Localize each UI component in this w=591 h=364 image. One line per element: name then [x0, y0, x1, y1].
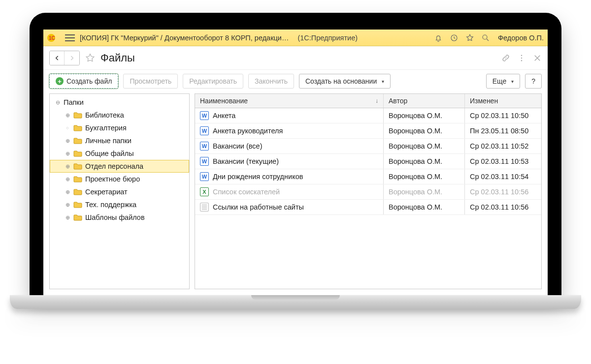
create-file-label: Создать файл — [66, 77, 112, 85]
file-modified: Ср 02.03.11 10:52 — [470, 142, 528, 150]
edit-button[interactable]: Редактировать — [183, 74, 243, 89]
word-icon: W — [200, 157, 209, 166]
close-icon[interactable] — [533, 54, 542, 62]
plus-icon — [56, 77, 64, 85]
folder-tree: Папки БиблиотекаБухгалтерияЛичные папкиО… — [50, 94, 189, 226]
file-author: Воронцова О.М. — [389, 173, 442, 181]
expand-icon[interactable] — [65, 151, 70, 156]
app-window: 1C [КОПИЯ] ГК "Меркурий" / Документообор… — [43, 30, 548, 295]
svg-point-4 — [521, 55, 522, 56]
nav-back-button[interactable] — [50, 51, 65, 65]
file-author: Воронцова О.М. — [389, 188, 442, 196]
chevron-down-icon: ▾ — [511, 79, 514, 84]
file-name: Ссылки на работные сайты — [213, 203, 304, 211]
tree-item[interactable]: Шаблоны файлов — [50, 211, 189, 224]
expand-icon[interactable] — [65, 163, 70, 169]
tree-item[interactable]: Личные папки — [50, 134, 189, 147]
window-title: [КОПИЯ] ГК "Меркурий" / Документооборот … — [80, 34, 289, 42]
file-modified: Ср 02.03.11 10:56 — [470, 203, 528, 211]
expand-icon[interactable] — [65, 112, 70, 118]
folder-icon — [73, 214, 82, 221]
file-row[interactable]: XСписок соискателейВоронцова О.М.Ср 02.0… — [195, 184, 541, 200]
file-author: Воронцова О.М. — [389, 203, 442, 211]
file-row[interactable]: WАнкетаВоронцова О.М.Ср 02.03.11 10:50 — [195, 108, 541, 123]
file-name: Список соискателей — [213, 188, 280, 196]
main-menu-button[interactable] — [65, 34, 75, 41]
tree-item[interactable]: Проектное бюро — [50, 173, 189, 185]
file-author: Воронцова О.М. — [389, 142, 442, 150]
tree-item-label: Проектное бюро — [85, 175, 140, 183]
expand-icon[interactable] — [65, 214, 70, 220]
file-row[interactable]: WВакансии (текущие)Воронцова О.М.Ср 02.0… — [195, 154, 541, 169]
view-button[interactable]: Просмотреть — [123, 74, 178, 89]
column-modified[interactable]: Изменен — [465, 94, 541, 108]
no-children-icon[interactable] — [65, 125, 70, 131]
folder-icon — [73, 176, 82, 182]
file-modified: Ср 02.03.11 10:50 — [470, 112, 528, 120]
file-grid-panel: Наименование ↓ Автор Изменен WАнкетаВоро… — [195, 93, 542, 289]
tree-item[interactable]: Общие файлы — [50, 147, 189, 160]
nav-arrows — [49, 51, 80, 65]
svg-point-5 — [521, 57, 522, 58]
star-icon[interactable] — [464, 32, 475, 43]
folder-icon — [73, 150, 82, 157]
page-header: Файлы — [43, 46, 548, 70]
column-author[interactable]: Автор — [384, 94, 465, 108]
file-name: Анкета руководителя — [213, 127, 283, 135]
titlebar: 1C [КОПИЯ] ГК "Меркурий" / Документообор… — [43, 30, 548, 46]
file-author: Воронцова О.М. — [389, 127, 442, 135]
sort-asc-icon: ↓ — [375, 97, 378, 104]
file-name: Анкета — [213, 112, 235, 120]
file-modified: Ср 02.03.11 10:53 — [470, 157, 528, 165]
bell-icon[interactable] — [433, 32, 444, 43]
help-button[interactable]: ? — [525, 74, 542, 89]
folder-icon — [73, 112, 82, 119]
tree-item-label: Секретариат — [85, 188, 128, 196]
finish-button[interactable]: Закончить — [248, 74, 294, 89]
file-author: Воронцова О.М. — [389, 157, 442, 165]
search-icon[interactable] — [480, 32, 491, 43]
link-icon[interactable] — [501, 54, 510, 62]
chevron-down-icon: ▾ — [382, 79, 384, 84]
tree-item-label: Библиотека — [85, 111, 124, 119]
kebab-menu-icon[interactable] — [517, 54, 526, 62]
svg-point-3 — [483, 35, 487, 39]
screen-frame: 1C [КОПИЯ] ГК "Меркурий" / Документообор… — [30, 13, 561, 295]
file-row[interactable]: WДни рождения сотрудниковВоронцова О.М.С… — [195, 169, 541, 184]
word-icon: W — [200, 111, 209, 120]
folder-icon — [73, 201, 82, 208]
create-based-on-button[interactable]: Создать на основании ▾ — [299, 74, 391, 89]
tree-item[interactable]: Отдел персонала — [50, 160, 189, 173]
window-subtitle: (1С:Предприятие) — [297, 34, 358, 42]
create-file-button[interactable]: Создать файл — [49, 74, 118, 89]
tree-item[interactable]: Библиотека — [50, 109, 189, 121]
column-name[interactable]: Наименование ↓ — [195, 94, 384, 108]
more-button[interactable]: Еще ▾ — [486, 74, 521, 89]
expand-icon[interactable] — [65, 189, 70, 195]
tree-item[interactable]: Тех. поддержка — [50, 198, 189, 211]
word-icon: W — [200, 142, 209, 151]
text-file-icon — [200, 203, 209, 212]
expand-icon[interactable] — [65, 138, 70, 144]
grid-body: WАнкетаВоронцова О.М.Ср 02.03.11 10:50WА… — [195, 108, 541, 215]
expand-icon[interactable] — [65, 176, 70, 182]
tree-item-label: Тех. поддержка — [85, 201, 136, 209]
tree-root[interactable]: Папки — [50, 96, 189, 109]
favorite-page-icon[interactable] — [85, 53, 96, 63]
tree-item[interactable]: Секретариат — [50, 185, 189, 198]
file-row[interactable]: WВакансии (все)Воронцова О.М.Ср 02.03.11… — [195, 139, 541, 154]
folder-icon — [73, 137, 82, 144]
file-modified: Пн 23.05.11 08:50 — [470, 127, 528, 135]
history-icon[interactable] — [449, 32, 460, 43]
nav-forward-button[interactable] — [65, 51, 79, 65]
expand-icon[interactable] — [65, 202, 70, 208]
collapse-icon[interactable] — [55, 99, 61, 105]
user-name[interactable]: Федоров О.П. — [498, 34, 544, 42]
grid-header: Наименование ↓ Автор Изменен — [195, 94, 541, 108]
tree-item[interactable]: Бухгалтерия — [50, 121, 189, 134]
file-modified: Ср 02.03.11 10:54 — [470, 173, 528, 181]
file-row[interactable]: WАнкета руководителяВоронцова О.М.Пн 23.… — [195, 123, 541, 139]
file-name: Вакансии (все) — [213, 142, 262, 150]
file-row[interactable]: Ссылки на работные сайтыВоронцова О.М.Ср… — [195, 200, 541, 215]
svg-point-6 — [521, 60, 522, 61]
